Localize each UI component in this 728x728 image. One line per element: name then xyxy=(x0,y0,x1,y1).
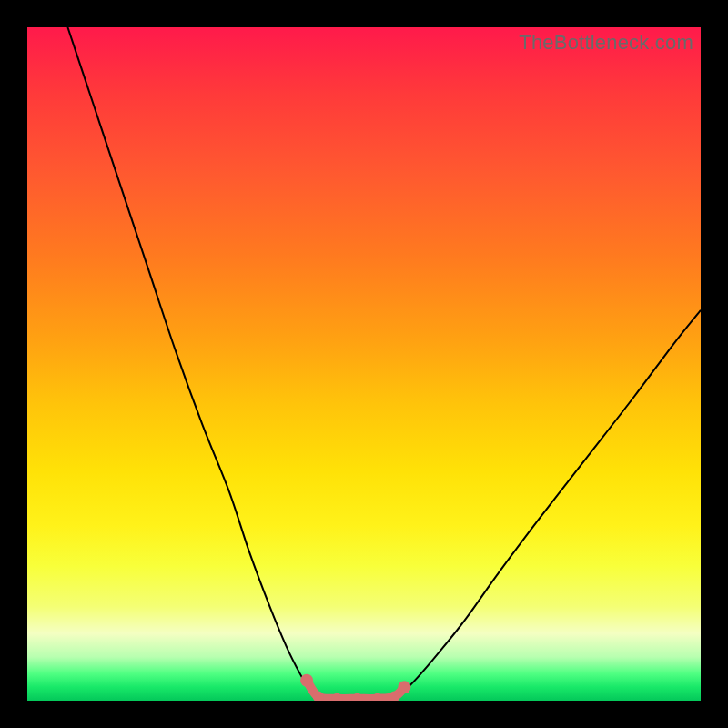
bottleneck-curve-left xyxy=(67,27,318,697)
chart-frame: TheBottleneck.com xyxy=(0,0,728,728)
plot-area: TheBottleneck.com xyxy=(27,27,701,701)
bottleneck-curve-right xyxy=(394,310,701,698)
marker-dot xyxy=(398,681,410,693)
marker-dot xyxy=(300,674,313,687)
chart-overlay xyxy=(27,27,701,701)
optimal-zone-marker-dots xyxy=(300,674,410,701)
